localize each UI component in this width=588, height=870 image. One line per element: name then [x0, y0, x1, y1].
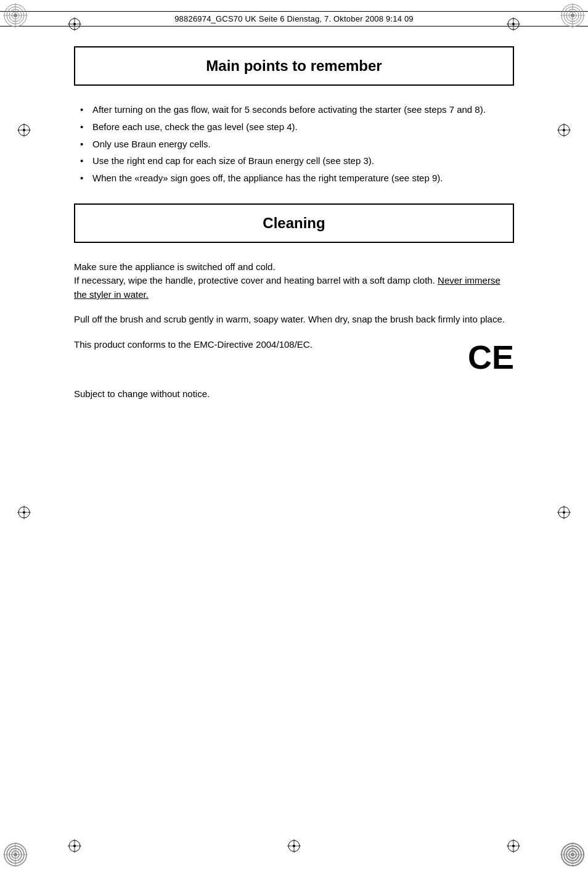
section-cleaning-title: Cleaning [263, 215, 325, 231]
ce-row: This product conforms to the EMC-Directi… [74, 338, 514, 374]
bullet-item: Only use Braun energy cells. [80, 137, 508, 151]
bullet-list: After turning on the gas flow, wait for … [74, 103, 514, 185]
section-main-points-title: Main points to remember [206, 57, 382, 74]
corner-mark-top-right [560, 3, 585, 28]
reg-mark-right-upper [557, 123, 571, 137]
corner-mark-bottom-right [560, 842, 585, 867]
main-content: Main points to remember After turning on… [74, 46, 514, 821]
section-main-points-box: Main points to remember [74, 46, 514, 86]
bullet-item: When the «ready» sign goes off, the appl… [80, 171, 508, 185]
page: 98826974_GCS70 UK Seite 6 Dienstag, 7. O… [0, 0, 588, 870]
bullet-item: Before each use, check the gas level (se… [80, 120, 508, 134]
header-text: 98826974_GCS70 UK Seite 6 Dienstag, 7. O… [174, 14, 414, 23]
reg-mark-bottom-left-inner [68, 839, 81, 853]
bullet-item: After turning on the gas flow, wait for … [80, 103, 508, 117]
cleaning-para1: Make sure the appliance is switched off … [74, 260, 514, 302]
cleaning-para2: Pull off the brush and scrub gently in w… [74, 313, 514, 327]
reg-mark-bottom-right-inner [507, 839, 520, 853]
cleaning-para1-normal: Make sure the appliance is switched off … [74, 261, 438, 286]
ce-text: This product conforms to the EMC-Directi… [74, 338, 312, 352]
reg-mark-right-lower [557, 506, 571, 519]
reg-mark-left-upper [17, 123, 31, 137]
reg-mark-top-right-inner [507, 17, 520, 31]
corner-mark-top-left [3, 3, 28, 28]
reg-mark-left-lower [17, 506, 31, 519]
corner-mark-bottom-left [3, 842, 28, 867]
subject-text: Subject to change without notice. [74, 387, 514, 401]
header-bar: 98826974_GCS70 UK Seite 6 Dienstag, 7. O… [0, 11, 588, 27]
ce-symbol: CE [468, 340, 514, 374]
reg-mark-top-left-inner [68, 17, 81, 31]
reg-mark-bottom-center [287, 839, 301, 853]
bullet-item: Use the right end cap for each size of B… [80, 154, 508, 168]
section-cleaning-box: Cleaning [74, 203, 514, 243]
